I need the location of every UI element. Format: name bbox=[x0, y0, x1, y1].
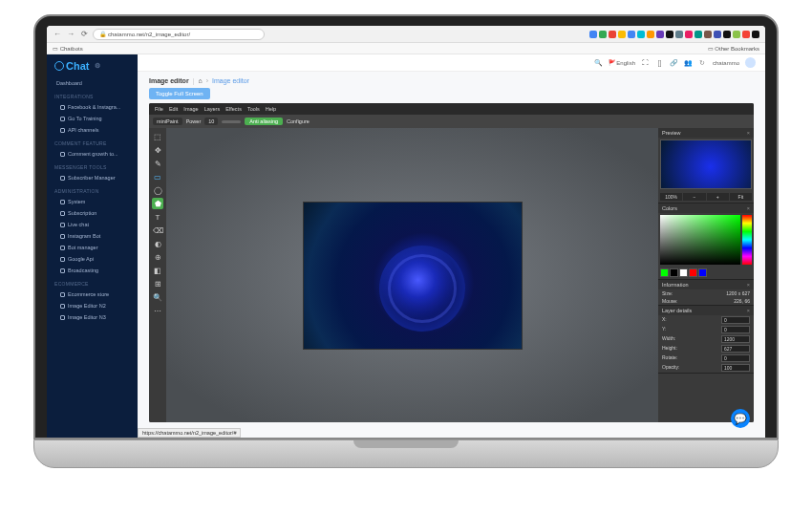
app-logo[interactable]: Chat ⚙ bbox=[47, 54, 138, 77]
sidebar-item[interactable]: Ecommerce store bbox=[47, 289, 138, 300]
tool-button[interactable]: ⋯ bbox=[152, 305, 163, 316]
breadcrumb-link[interactable]: Image editor bbox=[212, 77, 249, 84]
layer-input[interactable] bbox=[721, 326, 750, 333]
configure-button[interactable]: Configure bbox=[287, 118, 310, 124]
tool-button[interactable]: ◯ bbox=[152, 184, 163, 196]
reload-button[interactable]: ⟳ bbox=[79, 30, 89, 39]
tool-button[interactable]: ✎ bbox=[152, 158, 163, 169]
preview-thumb[interactable] bbox=[660, 139, 752, 189]
menu-tools[interactable]: Tools bbox=[247, 106, 260, 112]
breadcrumb-home[interactable]: ⌂ bbox=[198, 77, 202, 84]
forward-button[interactable]: → bbox=[66, 30, 75, 39]
extension-icon[interactable] bbox=[666, 31, 673, 38]
address-bar[interactable]: 🔒 chatammo.net/n2_image_editor/ bbox=[93, 29, 265, 40]
layer-input[interactable] bbox=[721, 335, 750, 343]
power-value[interactable]: 10 bbox=[204, 118, 218, 125]
tool-button[interactable]: 🔍 bbox=[152, 291, 163, 303]
tool-button[interactable]: ⬚ bbox=[152, 131, 163, 142]
search-icon[interactable]: 🔍 bbox=[594, 58, 603, 67]
close-icon[interactable]: × bbox=[747, 308, 750, 313]
expand-icon[interactable]: ⛶ bbox=[641, 58, 650, 67]
zoom-value[interactable]: 100% bbox=[660, 193, 682, 201]
sidebar-item[interactable]: Go To Training bbox=[47, 113, 138, 124]
hue-slider[interactable] bbox=[742, 215, 752, 265]
layer-input[interactable] bbox=[721, 354, 750, 362]
close-icon[interactable]: × bbox=[747, 130, 750, 136]
extension-icon[interactable] bbox=[599, 31, 607, 38]
sidebar-item[interactable]: Subscriber Manager bbox=[47, 172, 138, 183]
color-swatch[interactable] bbox=[670, 268, 678, 277]
tool-button[interactable]: T bbox=[152, 211, 163, 223]
tool-button[interactable]: ◧ bbox=[152, 265, 163, 276]
language-picker[interactable]: 🚩 English bbox=[609, 59, 635, 66]
color-swatch[interactable] bbox=[660, 268, 669, 277]
color-swatch[interactable] bbox=[689, 268, 697, 277]
extension-icon[interactable] bbox=[704, 31, 712, 38]
zoom-out[interactable]: − bbox=[683, 193, 705, 201]
saturation-picker[interactable] bbox=[660, 215, 740, 265]
anti-aliasing-toggle[interactable]: Anti aliasing bbox=[245, 118, 283, 125]
extension-icon[interactable] bbox=[733, 31, 740, 38]
extension-icon[interactable] bbox=[675, 31, 683, 38]
extension-icon[interactable] bbox=[589, 31, 597, 38]
sidebar-item[interactable]: System bbox=[47, 196, 138, 207]
tool-button[interactable]: ◐ bbox=[152, 238, 163, 249]
menu-effects[interactable]: Effects bbox=[225, 106, 242, 112]
color-swatch[interactable] bbox=[679, 268, 688, 277]
refresh-icon[interactable]: ↻ bbox=[698, 58, 707, 67]
extension-icon[interactable] bbox=[618, 31, 626, 38]
close-icon[interactable]: × bbox=[747, 205, 750, 211]
close-icon[interactable]: × bbox=[747, 282, 750, 288]
sidebar-item[interactable]: Facebook & Instagra... bbox=[47, 101, 138, 113]
layer-input[interactable] bbox=[721, 364, 750, 372]
sidebar-item[interactable]: Subscription bbox=[47, 207, 138, 219]
sidebar-item[interactable]: Image Editor N3 bbox=[47, 311, 138, 323]
canvas-image[interactable] bbox=[303, 202, 523, 350]
tool-button[interactable]: ⌫ bbox=[152, 225, 163, 236]
menu-file[interactable]: File bbox=[155, 106, 163, 112]
sidebar-item[interactable]: Image Editor N2 bbox=[47, 300, 138, 311]
team-icon[interactable]: 👥 bbox=[684, 58, 693, 67]
extension-icon[interactable] bbox=[656, 31, 664, 38]
sidebar-item[interactable]: API channels bbox=[47, 124, 138, 136]
menu-layers[interactable]: Layers bbox=[204, 106, 221, 112]
extension-icon[interactable] bbox=[637, 31, 645, 38]
extension-icon[interactable] bbox=[752, 31, 759, 38]
tool-button[interactable]: ⊞ bbox=[152, 278, 163, 289]
menu-help[interactable]: Help bbox=[266, 106, 276, 112]
toggle-fullscreen-button[interactable]: Toggle Full Screen bbox=[149, 88, 210, 99]
segment-icon[interactable]: [] bbox=[655, 58, 664, 67]
extension-icon[interactable] bbox=[628, 31, 635, 38]
extension-icon[interactable] bbox=[714, 31, 721, 38]
username[interactable]: chatammo bbox=[713, 60, 739, 66]
power-slider[interactable] bbox=[222, 120, 241, 123]
tool-button[interactable]: ⬟ bbox=[152, 198, 163, 209]
layer-input[interactable] bbox=[721, 345, 750, 353]
link-icon[interactable]: 🔗 bbox=[670, 58, 678, 67]
messenger-fab[interactable]: 💬 bbox=[731, 409, 750, 428]
sidebar-item[interactable]: Google Api bbox=[47, 253, 138, 265]
sidebar-item[interactable]: Broadcasting bbox=[47, 265, 138, 276]
canvas-area[interactable] bbox=[166, 128, 658, 422]
zoom-in[interactable]: + bbox=[707, 193, 729, 201]
zoom-fit[interactable]: Fit bbox=[730, 193, 752, 201]
sidebar-item[interactable]: Comment growth to... bbox=[47, 148, 138, 160]
layer-input[interactable] bbox=[721, 316, 750, 324]
extension-icon[interactable] bbox=[742, 31, 750, 38]
sidebar-item[interactable]: Instagram Bot bbox=[47, 230, 138, 242]
bookmark-chatbots[interactable]: ▭ Chatbots bbox=[53, 45, 83, 52]
extension-icon[interactable] bbox=[723, 31, 731, 38]
color-swatch[interactable] bbox=[698, 268, 707, 277]
sidebar-item[interactable]: Live chat bbox=[47, 219, 138, 230]
extension-icon[interactable] bbox=[694, 31, 702, 38]
avatar[interactable] bbox=[745, 57, 756, 68]
tool-button[interactable]: ▭ bbox=[152, 171, 163, 182]
sidebar-item[interactable]: Bot manager bbox=[47, 242, 138, 253]
tool-button[interactable]: ✥ bbox=[152, 144, 163, 156]
extension-icon[interactable] bbox=[609, 31, 616, 38]
menu-image[interactable]: Image bbox=[183, 106, 198, 112]
menu-edit[interactable]: Edit bbox=[169, 106, 178, 112]
back-button[interactable]: ← bbox=[53, 30, 62, 39]
tool-button[interactable]: ⊕ bbox=[152, 251, 163, 263]
extension-icon[interactable] bbox=[685, 31, 693, 38]
